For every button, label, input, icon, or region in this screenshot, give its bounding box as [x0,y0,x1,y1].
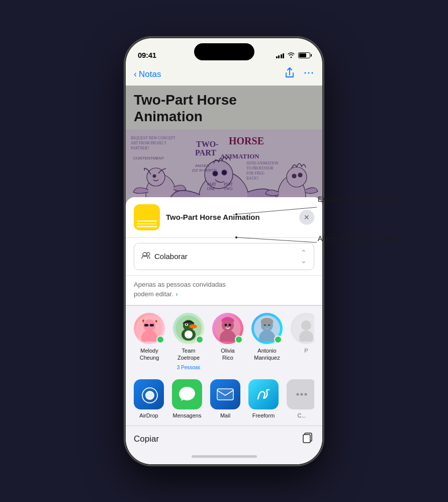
nav-actions [284,67,314,81]
more-app-icon [287,379,314,409]
note-preview-card: Two-Part Horse Animation ✕ [126,197,322,238]
messages-label: Mensagens [173,412,202,419]
dynamic-island [194,43,254,60]
note-content: Two-Part HorseAnimation [126,86,322,464]
contact-antonio[interactable]: AntonioManriquez [251,313,283,370]
note-preview-info: Two-Part Horse Animation [166,213,293,221]
contact-subname-team: 3 Pessoas [177,365,201,370]
app-messages[interactable]: Mensagens [172,379,202,419]
contact-olivia[interactable]: OliviaRico [212,313,243,370]
annotation-collaborate-text: Escolha a opção Colaborar. [318,195,404,203]
status-icons [276,52,311,59]
online-badge-antonio [274,336,282,344]
copy-button[interactable]: Copiar [134,434,159,444]
collaborate-section: Colaborar ⌃⌄ [126,238,322,276]
copy-icon[interactable] [301,431,314,447]
annotation-permissions-text: Altere acesso e permissões. [318,234,406,242]
online-badge-olivia [235,336,243,344]
home-indicator [126,449,322,464]
status-bar: 09:41 [126,38,322,63]
more-button[interactable] [303,67,314,81]
messages-app-icon [172,379,202,409]
svg-point-66 [301,320,311,330]
collaborate-dropdown[interactable]: Colaborar ⌃⌄ [134,243,314,270]
chevron-updown-icon: ⌃⌄ [301,248,307,265]
share-sheet-overlay: Two-Part Horse Animation ✕ [126,86,322,464]
svg-point-1 [308,72,310,74]
svg-point-53 [185,330,193,339]
svg-point-51 [186,323,188,325]
svg-point-0 [305,72,306,74]
contacts-section: MelodyCheung [126,306,322,377]
permissions-text: Apenas as pessoas convidadaspodem editar… [134,281,226,298]
mail-app-icon [210,379,240,409]
chevron-left-icon: ‹ [134,69,137,79]
svg-point-55 [222,319,234,331]
app-mail[interactable]: Mail [210,379,240,419]
online-badge-melody [156,336,164,344]
svg-point-72 [305,393,307,395]
contact-melody[interactable]: MelodyCheung [134,313,165,370]
nav-bar: ‹ Notas [126,63,322,86]
share-button[interactable] [284,67,295,81]
apps-section: AirDrop Mensagens [126,377,322,426]
svg-point-57 [225,323,227,326]
note-preview-title: Two-Part Horse Animation [166,213,293,221]
contact-name-melody: MelodyCheung [140,347,159,362]
wifi-icon [287,52,295,59]
contact-name-team: Team Zoetrope [173,347,204,362]
people-icon [141,252,150,261]
svg-rect-68 [217,389,233,400]
apps-row: AirDrop Mensagens [134,379,314,419]
battery-icon [298,52,310,58]
app-airdrop[interactable]: AirDrop [134,379,164,419]
share-sheet: Two-Part Horse Animation ✕ [126,197,322,464]
back-button[interactable]: ‹ Notas [134,69,161,79]
contact-avatar-partial [291,313,314,344]
online-badge-team [196,336,204,344]
notes-app-icon [134,204,160,230]
svg-point-58 [229,323,231,326]
svg-rect-74 [303,435,310,443]
close-button[interactable]: ✕ [299,210,314,225]
more-label: C... [297,412,306,419]
bottom-bar: Copiar [126,426,322,449]
phone-frame: 09:41 [126,38,322,464]
permissions-arrow-icon: › [175,290,177,298]
freeform-app-icon [248,379,279,409]
app-freeform[interactable]: Freeform [248,379,279,419]
svg-point-71 [301,393,303,395]
app-more[interactable]: C... [287,379,314,419]
battery-fill [299,53,306,57]
svg-rect-46 [150,324,154,326]
collaborate-label: Colaborar [154,252,297,261]
airdrop-label: AirDrop [139,412,158,419]
phone-screen: 09:41 [126,38,322,464]
svg-point-41 [147,253,150,256]
back-label: Notas [139,69,161,79]
freeform-label: Freeform [252,412,275,419]
contact-partial[interactable]: P [291,313,314,370]
status-time: 09:41 [138,51,156,59]
contact-name-olivia: OliviaRico [221,347,235,362]
airdrop-app-icon [134,379,164,409]
airdrop-waves-icon [140,385,158,403]
contact-name-partial: P [304,347,308,354]
contact-team[interactable]: Team Zoetrope 3 Pessoas [173,313,204,370]
mail-label: Mail [220,412,230,419]
contacts-row: MelodyCheung [134,313,314,370]
svg-point-64 [261,318,273,325]
permissions-area[interactable]: Apenas as pessoas convidadaspodem editar… [126,276,322,305]
svg-point-2 [312,72,313,74]
signal-bars-icon [276,52,285,58]
home-bar [192,455,257,458]
svg-point-49 [189,324,197,328]
svg-rect-45 [144,324,148,326]
contact-name-antonio: AntonioManriquez [254,347,280,362]
svg-point-70 [297,393,299,395]
